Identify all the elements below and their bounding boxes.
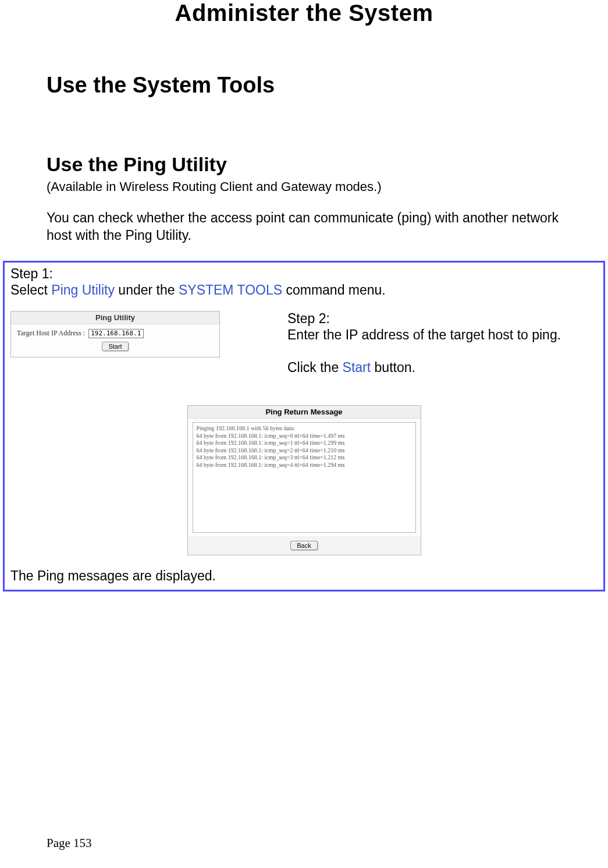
step-2-label: Step 2: [287,311,598,327]
ping-output: Pinging 192.168.168.1 with 56 bytes data… [193,422,416,533]
step-1-prefix: Select [10,282,51,297]
link-ping-utility[interactable]: Ping Utility [51,282,115,297]
section-heading-tools: Use the System Tools [47,73,561,98]
step-1-suffix: command menu. [282,282,386,297]
steps-box: Step 1: Select Ping Utility under the SY… [3,261,605,592]
availability-note: (Available in Wireless Routing Client an… [47,179,561,194]
ping-utility-panel: Ping Utility Target Host IP Address : St… [10,311,220,357]
step-2-line-2-suffix: button. [371,360,415,375]
start-button[interactable]: Start [102,342,128,351]
intro-paragraph: You can check whether the access point c… [47,210,561,245]
step-2-line-2: Click the Start button. [287,359,598,377]
ping-return-panel: Ping Return Message Pinging 192.168.168.… [187,405,421,555]
step-1-mid: under the [115,282,179,297]
step-2-line-2-prefix: Click the [287,360,343,375]
target-host-label: Target Host IP Address : [17,329,85,338]
target-host-input[interactable] [88,329,144,338]
page-title: Administer the System [0,0,608,26]
step-2-line-1: Enter the IP address of the target host … [287,327,598,344]
step-1-label: Step 1: [10,266,598,282]
step-1-text: Select Ping Utility under the SYSTEM TOO… [10,282,598,299]
section-heading-ping: Use the Ping Utility [47,153,561,176]
back-button[interactable]: Back [290,541,317,550]
link-system-tools[interactable]: SYSTEM TOOLS [179,282,282,297]
ping-utility-panel-title: Ping Utility [11,311,219,324]
page-number: Page 153 [47,836,92,851]
ping-return-panel-title: Ping Return Message [188,406,421,419]
link-start[interactable]: Start [343,360,371,375]
closing-text: The Ping messages are displayed. [10,568,598,584]
